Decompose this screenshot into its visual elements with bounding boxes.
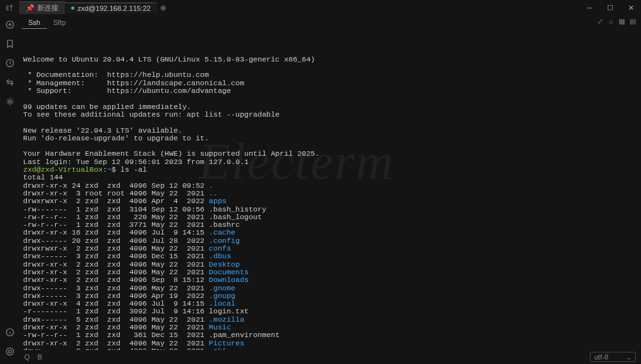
titlebar: ε† 📌 新连接 zxd@192.168.2.115:22 ⊕ ─ ☐ ✕ <box>0 0 641 15</box>
transfer-icon[interactable] <box>4 77 15 87</box>
fullscreen-icon[interactable]: ⤢ <box>595 17 604 26</box>
svg-point-2 <box>8 100 11 103</box>
terminal[interactable]: Electerm Welcome to Ubuntu 20.04.4 LTS (… <box>19 29 641 350</box>
session-subtabs: Ssh Sftp <box>19 15 641 29</box>
svg-point-4 <box>6 347 13 354</box>
info-icon[interactable] <box>4 327 15 337</box>
sftp-tab[interactable]: Sftp <box>47 17 72 28</box>
encoding-label: utf-8 <box>594 353 608 361</box>
search-term-icon[interactable]: ⌕ <box>606 17 615 26</box>
sidebar <box>0 15 19 364</box>
history-icon[interactable] <box>4 58 15 68</box>
status-q[interactable]: Q <box>24 353 30 361</box>
active-tab-label: zxd@192.168.2.115:22 <box>78 4 151 12</box>
split-column-icon[interactable]: ▤ <box>628 17 637 26</box>
settings-icon[interactable] <box>4 96 15 106</box>
terminal-tools: ⤢ ⌕ ▦ ▤ <box>595 17 637 26</box>
status-b[interactable]: B <box>38 353 42 361</box>
sync-icon[interactable] <box>4 346 15 356</box>
ssh-tab[interactable]: Ssh <box>22 17 47 29</box>
main-area: Ssh Sftp ⤢ ⌕ ▦ ▤ Electerm Welcome to Ubu… <box>0 15 641 364</box>
window-controls: ─ ☐ ✕ <box>579 0 641 15</box>
minimize-button[interactable]: ─ <box>579 0 600 15</box>
chevron-down-icon <box>626 353 631 361</box>
encoding-selector[interactable]: utf-8 <box>590 352 636 362</box>
close-button[interactable]: ✕ <box>620 0 641 15</box>
svg-point-5 <box>8 350 12 353</box>
terminal-output: Welcome to Ubuntu 20.04.4 LTS (GNU/Linux… <box>23 56 637 350</box>
pin-icon: 📌 <box>26 4 35 12</box>
new-connection-tab[interactable]: 📌 新连接 <box>19 1 65 14</box>
split-grid-icon[interactable]: ▦ <box>617 17 626 26</box>
active-session-tab[interactable]: zxd@192.168.2.115:22 <box>65 3 157 13</box>
bookmarks-icon[interactable] <box>4 38 15 49</box>
app-logo: ε† <box>0 3 19 12</box>
content-pane: Ssh Sftp ⤢ ⌕ ▦ ▤ Electerm Welcome to Ubu… <box>19 15 641 364</box>
status-bar: Q B utf-8 <box>19 350 641 364</box>
status-dot-icon <box>71 6 74 10</box>
new-session-icon[interactable] <box>4 19 15 29</box>
new-connection-label: 新连接 <box>37 3 58 13</box>
add-tab-button[interactable]: ⊕ <box>157 4 170 12</box>
maximize-button[interactable]: ☐ <box>600 0 620 15</box>
